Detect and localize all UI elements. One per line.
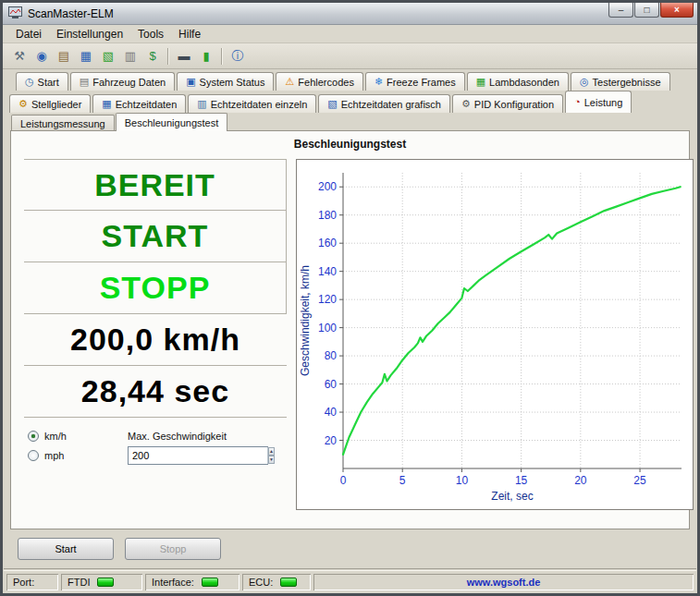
battery-icon[interactable]: ▮	[196, 46, 216, 67]
tab-echtzeitdaten-einzeln[interactable]: ▥ Echtzeitdaten einzeln	[188, 94, 316, 113]
website-segment: www.wgsoft.de	[313, 574, 694, 590]
radio-mph[interactable]: mph	[28, 450, 128, 461]
toolbar-separator	[221, 48, 223, 65]
tab-leistung[interactable]: ◔ Leistung	[565, 91, 632, 113]
svg-text:5: 5	[399, 474, 406, 487]
radio-mph-button[interactable]	[28, 450, 39, 461]
port-led-indicator	[97, 578, 114, 587]
tab-label: System Status	[200, 77, 265, 88]
table-icon[interactable]: ▦	[76, 46, 96, 67]
tab-lambdasonden[interactable]: ▦ Lambdasonden	[467, 72, 569, 91]
performance-icon: ◔	[574, 97, 581, 107]
vehicle-data-icon: ▤	[80, 77, 89, 87]
tab-label: Echtzeitdaten	[116, 99, 178, 110]
svg-text:120: 120	[318, 293, 337, 306]
tab-system-status[interactable]: ▣ System Status	[177, 72, 274, 91]
maximize-button[interactable]: □	[634, 3, 659, 18]
svg-text:0: 0	[340, 474, 347, 487]
speed-chart: 051015202520406080100120140160180200Zeit…	[297, 160, 693, 509]
statusbar: Port: FTDI Interface: ECU: www.wgsoft.de	[3, 571, 697, 593]
tab-label: Leistung	[584, 97, 623, 108]
lambda-icon: ▦	[476, 77, 485, 87]
menu-einstellungen[interactable]: Einstellungen	[49, 26, 130, 43]
svg-text:20: 20	[325, 434, 338, 447]
svg-text:160: 160	[318, 237, 337, 249]
menubar: Datei Einstellungen Tools Hilfe	[3, 25, 697, 43]
document-icon[interactable]: ▥	[120, 46, 141, 67]
start-button[interactable]: Start	[18, 538, 114, 560]
svg-text:200: 200	[318, 180, 337, 193]
tab-echtzeitdaten[interactable]: ▦ Echtzeitdaten	[92, 94, 186, 113]
svg-text:180: 180	[318, 209, 337, 222]
stepper-up-icon[interactable]: ▲	[268, 447, 275, 456]
report-icon[interactable]: ▤	[54, 46, 74, 67]
info-icon[interactable]: ⓘ	[227, 46, 248, 67]
subtab-beschleunigungstest[interactable]: Beschleunigungstest	[116, 113, 228, 131]
stop-button[interactable]: Stopp	[125, 538, 221, 560]
toolbar-separator	[167, 48, 169, 65]
max-speed-stepper: ▲ ▼	[128, 446, 268, 465]
app-window: ScanMaster-ELM – □ × Datei Einstellungen…	[0, 0, 700, 596]
menu-datei[interactable]: Datei	[8, 26, 49, 43]
minimize-button[interactable]: –	[608, 3, 633, 18]
tab-label: Fehlercodes	[298, 77, 354, 88]
gauge-icon: ◷	[25, 77, 34, 87]
tab-label: Echtzeitdaten grafisch	[341, 99, 441, 110]
tab-label: Testergebnisse	[593, 77, 661, 88]
content-area: Leistungsmessung Beschleunigungstest Bes…	[10, 113, 690, 529]
radio-kmh[interactable]: km/h	[28, 431, 128, 442]
stepper-arrows: ▲ ▼	[267, 447, 275, 464]
max-speed-input[interactable]	[129, 447, 267, 464]
interface-label: Interface:	[152, 577, 194, 588]
chart-icon[interactable]: ▧	[98, 46, 118, 67]
subtab-leistungsmessung[interactable]: Leistungsmessung	[11, 115, 115, 131]
tab-echtzeitdaten-grafisch[interactable]: ▧ Echtzeitdaten grafisch	[318, 94, 450, 113]
svg-text:140: 140	[318, 265, 337, 278]
max-speed-group: Max. Geschwindigkeit ▲ ▼	[128, 431, 268, 469]
tab-pid-konfiguration[interactable]: ⚙ PID Konfiguration	[452, 94, 563, 113]
website-link[interactable]: www.wgsoft.de	[467, 577, 541, 588]
tab-freeze-frames[interactable]: ❄ Freeze Frames	[365, 72, 465, 91]
tab-fehlercodes[interactable]: ⚠ Fehlercodes	[276, 72, 362, 91]
max-speed-label: Max. Geschwindigkeit	[128, 431, 268, 442]
svg-text:Geschwindigkeit, km/h: Geschwindigkeit, km/h	[299, 265, 312, 376]
tab-stellglieder[interactable]: ⚙ Stellglieder	[9, 94, 91, 113]
ecu-segment: ECU:	[242, 574, 311, 590]
graph-icon: ▧	[327, 99, 337, 109]
action-button-row: Start Stopp	[3, 529, 697, 568]
status-shield-icon: ▣	[186, 77, 195, 87]
tab-fahrzeug-daten[interactable]: ▤ Fahrzeug Daten	[70, 72, 175, 91]
stepper-down-icon[interactable]: ▼	[268, 456, 275, 464]
svg-text:20: 20	[574, 474, 587, 487]
radio-kmh-button[interactable]	[28, 431, 39, 442]
globe-icon[interactable]: ◉	[31, 46, 52, 67]
tab-label: Start	[38, 77, 59, 88]
actuator-icon: ⚙	[18, 99, 28, 109]
close-button[interactable]: ×	[660, 3, 694, 18]
time-display: 28,44 sec	[24, 366, 287, 418]
svg-text:15: 15	[515, 474, 528, 487]
status-stop-display: STOPP	[24, 262, 287, 314]
tab-start[interactable]: ◷ Start	[16, 72, 68, 91]
port-segment: Port:	[6, 574, 58, 590]
monitor-icon: ▥	[197, 99, 206, 109]
ecu-led-indicator	[280, 578, 297, 587]
window-controls: – □ ×	[608, 3, 694, 18]
status-start-display: START	[24, 211, 287, 262]
snowflake-icon: ❄	[375, 77, 383, 87]
tab-testergebnisse[interactable]: ◎ Testergebnisse	[571, 72, 670, 91]
radio-kmh-label: km/h	[44, 431, 67, 442]
gear-icon: ⚙	[461, 99, 471, 109]
svg-text:40: 40	[325, 406, 338, 419]
tab-row-1: ◷ Start ▤ Fahrzeug Daten ▣ System Status…	[3, 69, 697, 91]
port-value-segment: FTDI	[61, 574, 142, 590]
screen-icon[interactable]: ▬	[174, 46, 194, 67]
menu-hilfe[interactable]: Hilfe	[171, 26, 208, 43]
money-icon[interactable]: $	[142, 46, 163, 67]
svg-text:60: 60	[325, 378, 338, 391]
radio-mph-label: mph	[44, 450, 64, 461]
menu-tools[interactable]: Tools	[130, 26, 171, 43]
svg-text:25: 25	[633, 474, 646, 487]
connect-icon[interactable]: ⚒	[9, 46, 30, 67]
panel-body: BEREIT START STOPP 200,0 km/h 28,44 sec …	[11, 156, 689, 529]
